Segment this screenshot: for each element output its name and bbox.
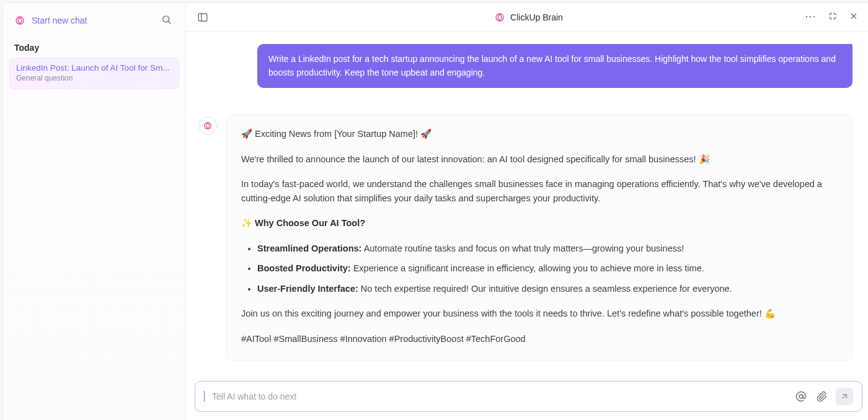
search-button[interactable] [159, 12, 174, 29]
user-message: Write a LinkedIn post for a tech startup… [257, 44, 852, 88]
list-item: Boosted Productivity: Experience a signi… [257, 261, 837, 275]
brain-icon [203, 121, 213, 131]
sidebar-header: Start new chat [3, 3, 185, 35]
more-button[interactable]: ⋯ [804, 11, 818, 23]
ai-context: In today's fast-paced world, we understa… [241, 177, 837, 205]
topbar: ClickUp Brain ⋯ [186, 3, 868, 32]
svg-point-1 [163, 16, 169, 22]
brain-icon [494, 12, 505, 23]
ai-hashtags: #AITool #SmallBusiness #Innovation #Prod… [241, 332, 837, 346]
mention-button[interactable] [794, 389, 808, 404]
panel-left-icon [197, 12, 208, 23]
brain-icon [14, 15, 25, 26]
sidebar: Start new chat Today LinkedIn Post: Laun… [3, 3, 186, 420]
send-button[interactable] [836, 388, 853, 405]
minimize-button[interactable] [826, 10, 839, 24]
chat-item-subtitle: General question [16, 74, 172, 82]
more-icon: ⋯ [805, 10, 817, 22]
section-title-today: Today [3, 35, 185, 56]
ai-headline: 🚀 Exciting News from [Your Startup Name]… [241, 127, 837, 141]
ai-message: 🚀 Exciting News from [Your Startup Name]… [226, 114, 852, 361]
ai-announce: We're thrilled to announce the launch of… [241, 152, 837, 166]
input-wrap[interactable] [195, 381, 862, 412]
send-icon [839, 392, 849, 401]
chat-item-title: LinkedIn Post: Launch of AI Tool for Sm.… [16, 63, 172, 72]
text-cursor [204, 391, 205, 402]
input-area [186, 372, 868, 420]
close-icon [849, 11, 859, 21]
attach-button[interactable] [815, 389, 830, 404]
ai-cta: Join us on this exciting journey and emp… [241, 307, 837, 320]
at-icon [795, 391, 807, 402]
svg-rect-2 [198, 14, 207, 21]
ai-why-heading: ✨ Why Choose Our AI Tool? [241, 216, 837, 230]
chat-area: Write a LinkedIn post for a tech startup… [186, 32, 868, 372]
prompt-input[interactable] [212, 392, 787, 401]
ai-avatar [198, 116, 217, 135]
minimize-icon [828, 11, 838, 21]
new-chat-label: Start new chat [32, 15, 87, 25]
list-item: Streamlined Operations: Automate routine… [257, 242, 837, 255]
page-title: ClickUp Brain [494, 12, 563, 23]
main: ClickUp Brain ⋯ Write a LinkedIn post f [186, 3, 868, 420]
new-chat-button[interactable]: Start new chat [14, 15, 87, 26]
toggle-sidebar-button[interactable] [197, 12, 208, 23]
chat-item[interactable]: LinkedIn Post: Launch of AI Tool for Sm.… [9, 58, 179, 89]
svg-point-5 [799, 395, 803, 398]
paperclip-icon [817, 391, 828, 402]
search-icon [161, 14, 172, 25]
list-item: User-Friendly Interface: No tech experti… [257, 282, 837, 295]
close-button[interactable] [848, 10, 860, 24]
